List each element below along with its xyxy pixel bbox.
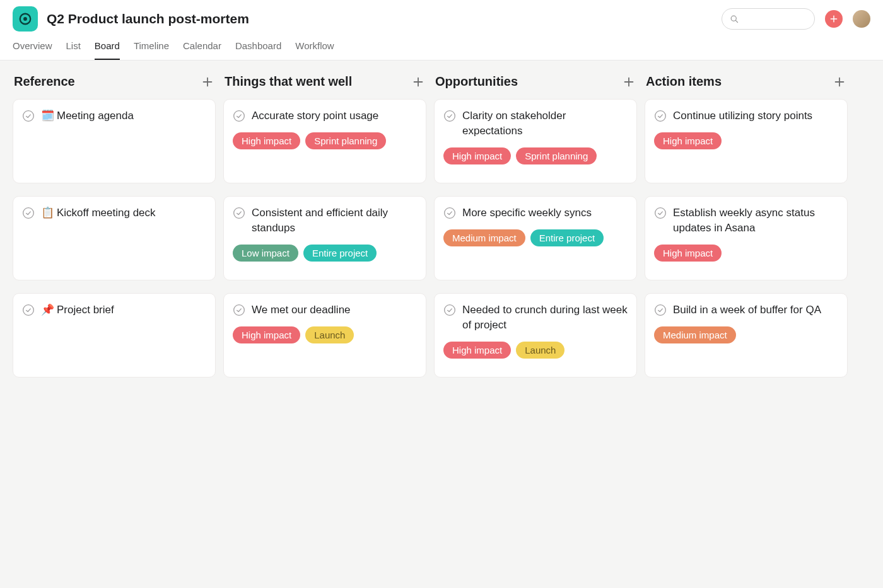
complete-toggle[interactable] (22, 207, 35, 219)
tag[interactable]: High impact (654, 132, 722, 149)
tag[interactable]: High impact (443, 147, 511, 164)
svg-point-25 (655, 305, 666, 316)
bullseye-icon (18, 12, 32, 26)
task-card[interactable]: Clarity on stakeholder expectationsHigh … (434, 99, 637, 183)
tag[interactable]: Sprint planning (305, 132, 386, 149)
task-card[interactable]: 📋Kickoff meeting deck (13, 196, 216, 280)
complete-toggle[interactable] (443, 110, 456, 122)
task-card[interactable]: 🗓️Meeting agenda (13, 99, 216, 183)
column-title: Opportunities (435, 74, 518, 89)
task-card[interactable]: Establish weekly async status updates in… (645, 196, 848, 280)
tag[interactable]: High impact (654, 245, 722, 262)
tag[interactable]: Entire project (530, 229, 604, 246)
task-card[interactable]: Continue utilizing story pointsHigh impa… (645, 99, 848, 183)
card-top: Continue utilizing story points (654, 108, 838, 124)
card-title: Continue utilizing story points (673, 108, 812, 124)
check-circle-icon (443, 304, 456, 316)
complete-toggle[interactable] (233, 110, 245, 122)
task-card[interactable]: Build in a week of buffer for QAMedium i… (645, 293, 848, 378)
task-card[interactable]: Consistent and efficient daily standupsL… (223, 196, 426, 280)
card-top: 📌Project brief (22, 303, 206, 318)
header-left: Q2 Product launch post-mortem (13, 6, 249, 32)
complete-toggle[interactable] (654, 304, 667, 316)
tag[interactable]: High impact (443, 342, 511, 359)
card-top: Establish weekly async status updates in… (654, 205, 838, 236)
user-avatar[interactable] (853, 10, 870, 28)
tag-row: High impact (654, 245, 838, 262)
tag[interactable]: High impact (233, 132, 300, 149)
board-area: Reference🗓️Meeting agenda📋Kickoff meetin… (0, 61, 883, 588)
card-title: Accurate story point usage (252, 108, 378, 124)
svg-line-3 (735, 20, 737, 22)
column-title: Action items (646, 74, 722, 89)
tag[interactable]: Low impact (233, 245, 298, 262)
task-card[interactable]: We met our deadlineHigh impactLaunch (223, 293, 426, 378)
card-emoji: 📋 (41, 207, 54, 219)
card-emoji: 🗓️ (41, 110, 54, 122)
card-title: Establish weekly async status updates in… (673, 205, 838, 236)
complete-toggle[interactable] (22, 110, 35, 122)
card-top: Clarity on stakeholder expectations (443, 108, 628, 139)
column-add-button[interactable] (622, 75, 636, 89)
svg-point-1 (23, 17, 27, 21)
check-circle-icon (443, 207, 456, 219)
complete-toggle[interactable] (443, 207, 456, 219)
card-top: Build in a week of buffer for QA (654, 303, 838, 318)
check-circle-icon (233, 110, 245, 122)
tab-overview[interactable]: Overview (13, 40, 52, 60)
tag[interactable]: Sprint planning (516, 147, 597, 164)
global-add-button[interactable] (825, 10, 843, 28)
check-circle-icon (654, 304, 667, 316)
tag[interactable]: Medium impact (443, 229, 525, 246)
column-action-items: Action itemsContinue utilizing story poi… (645, 74, 848, 378)
card-list: Clarity on stakeholder expectationsHigh … (434, 99, 637, 378)
card-list: Continue utilizing story pointsHigh impa… (645, 99, 848, 378)
svg-point-14 (234, 208, 245, 219)
search-icon (730, 14, 739, 24)
column-add-button[interactable] (833, 75, 846, 89)
card-top: Needed to crunch during last week of pro… (443, 303, 628, 333)
complete-toggle[interactable] (443, 304, 456, 316)
tab-dashboard[interactable]: Dashboard (235, 40, 281, 60)
complete-toggle[interactable] (654, 110, 667, 122)
search-input[interactable] (722, 8, 815, 30)
column-add-button[interactable] (201, 75, 214, 89)
tab-timeline[interactable]: Timeline (134, 40, 169, 60)
view-tabs: OverviewListBoardTimelineCalendarDashboa… (0, 32, 883, 61)
tab-workflow[interactable]: Workflow (295, 40, 334, 60)
plus-icon (622, 75, 636, 89)
column-header: Opportunities (434, 74, 637, 99)
column-reference: Reference🗓️Meeting agenda📋Kickoff meetin… (13, 74, 216, 378)
complete-toggle[interactable] (654, 207, 667, 219)
svg-point-10 (23, 305, 34, 316)
task-card[interactable]: 📌Project brief (13, 293, 216, 378)
column-opportunities: OpportunitiesClarity on stakeholder expe… (434, 74, 637, 378)
complete-toggle[interactable] (233, 304, 245, 316)
card-top: Accurate story point usage (233, 108, 417, 124)
svg-point-15 (234, 305, 245, 316)
tag[interactable]: Launch (516, 342, 564, 359)
complete-toggle[interactable] (233, 207, 245, 219)
task-card[interactable]: More specific weekly syncsMedium impactE… (434, 196, 637, 280)
complete-toggle[interactable] (22, 304, 35, 316)
tag[interactable]: Medium impact (654, 326, 736, 343)
check-circle-icon (233, 304, 245, 316)
column-add-button[interactable] (411, 75, 425, 89)
tab-list[interactable]: List (66, 40, 81, 60)
card-title: We met our deadline (252, 303, 351, 318)
plus-icon (829, 14, 838, 23)
tag-row: High impact (654, 132, 838, 149)
tag[interactable]: Entire project (303, 245, 377, 262)
task-card[interactable]: Accurate story point usageHigh impactSpr… (223, 99, 426, 183)
tag-row: High impactLaunch (443, 342, 628, 359)
card-title: Build in a week of buffer for QA (673, 303, 821, 318)
svg-point-23 (655, 111, 666, 122)
tab-board[interactable]: Board (95, 40, 120, 60)
task-card[interactable]: Needed to crunch during last week of pro… (434, 293, 637, 378)
tab-calendar[interactable]: Calendar (183, 40, 221, 60)
card-title: 📋Kickoff meeting deck (41, 205, 156, 221)
check-circle-icon (654, 207, 667, 219)
project-icon[interactable] (13, 6, 38, 32)
tag[interactable]: Launch (305, 326, 354, 343)
tag[interactable]: High impact (233, 326, 300, 343)
